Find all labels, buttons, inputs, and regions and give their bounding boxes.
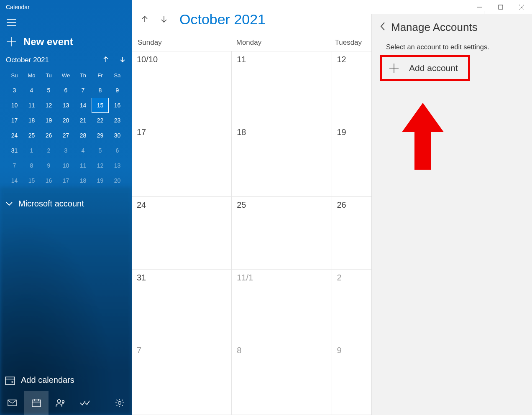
hamburger-menu-button[interactable]	[0, 14, 132, 31]
svg-point-16	[118, 402, 121, 405]
mini-cal-day[interactable]: 4	[74, 143, 92, 158]
next-period-button[interactable]	[157, 12, 171, 26]
calendar-button[interactable]	[24, 391, 49, 415]
mini-cal-prev-button[interactable]	[102, 55, 109, 65]
flyout-title: Manage Accounts	[391, 21, 478, 34]
calendar-cell[interactable]: 7	[132, 342, 232, 415]
mini-cal-day[interactable]: 19	[92, 173, 109, 188]
add-calendars-button[interactable]: Add calendars	[0, 369, 132, 391]
mini-cal-day[interactable]: 12	[92, 158, 109, 173]
mini-cal-day[interactable]: 15	[23, 173, 40, 188]
plus-icon	[389, 63, 399, 73]
mini-cal-day[interactable]: 2	[40, 143, 57, 158]
todo-button[interactable]	[73, 391, 97, 415]
calendar-cell[interactable]: 10/10	[132, 51, 232, 124]
calendar-cell[interactable]: 17	[132, 124, 232, 197]
calendar-cell[interactable]: 11/1	[232, 270, 332, 342]
mini-cal-dow: Fr	[92, 70, 109, 83]
mini-cal-day[interactable]: 18	[23, 113, 40, 128]
current-month-title[interactable]: October 2021	[179, 11, 266, 28]
mail-icon	[8, 400, 17, 406]
mini-cal-day[interactable]: 28	[74, 128, 92, 143]
account-expand-row[interactable]: Microsoft account	[0, 192, 132, 215]
mini-cal-day[interactable]: 11	[74, 158, 92, 173]
arrow-up-icon	[141, 15, 148, 23]
settings-button[interactable]	[107, 391, 132, 415]
mini-cal-day[interactable]: 20	[109, 173, 126, 188]
calendar-cell[interactable]: 18	[232, 124, 332, 197]
mini-cal-day[interactable]: 27	[57, 128, 74, 143]
mini-cal-day[interactable]: 9	[40, 158, 57, 173]
mini-cal-day[interactable]: 16	[40, 173, 57, 188]
day-header: Monday	[236, 38, 335, 47]
mini-cal-day[interactable]: 18	[74, 173, 92, 188]
mini-cal-day[interactable]: 29	[92, 128, 109, 143]
mini-cal-day[interactable]: 21	[74, 113, 92, 128]
mini-calendar: October 2021 SuMoTuWeThFrSa3456789101112…	[0, 55, 132, 192]
window-maximize-button[interactable]	[490, 0, 511, 14]
mini-cal-day[interactable]: 25	[23, 128, 40, 143]
mini-cal-day[interactable]: 7	[6, 158, 23, 173]
svg-rect-5	[5, 377, 15, 384]
mini-cal-day[interactable]: 8	[23, 158, 40, 173]
add-account-highlight: Add account	[380, 55, 470, 81]
calendar-cell[interactable]: 31	[132, 270, 232, 342]
mini-cal-next-button[interactable]	[119, 55, 126, 65]
mini-cal-day[interactable]: 5	[92, 143, 109, 158]
mini-cal-day[interactable]: 26	[40, 128, 57, 143]
people-button[interactable]	[49, 391, 73, 415]
flyout-back-button[interactable]	[380, 22, 385, 33]
calendar-cell[interactable]: 8	[232, 342, 332, 415]
bottom-bar	[0, 391, 132, 415]
window-close-button[interactable]	[511, 0, 532, 14]
mini-cal-day[interactable]: 3	[57, 143, 74, 158]
arrow-up-icon	[102, 56, 109, 63]
calendar-cell[interactable]: 11	[232, 51, 332, 124]
prev-period-button[interactable]	[138, 12, 152, 26]
mini-cal-dow: Su	[6, 70, 23, 83]
sidebar: Calendar New event October 2021	[0, 0, 132, 415]
mini-cal-day[interactable]: 3	[6, 83, 23, 98]
mini-cal-day[interactable]: 31	[6, 143, 23, 158]
mini-cal-day[interactable]: 10	[6, 98, 23, 113]
mini-calendar-title[interactable]: October 2021	[6, 56, 49, 64]
mini-cal-day[interactable]: 23	[109, 113, 126, 128]
svg-rect-9	[8, 400, 16, 406]
mini-cal-day[interactable]: 24	[6, 128, 23, 143]
mini-cal-day[interactable]: 14	[74, 98, 92, 113]
mini-cal-day[interactable]: 11	[23, 98, 40, 113]
mini-cal-day[interactable]: 12	[40, 98, 57, 113]
mini-cal-day[interactable]: 22	[92, 113, 109, 128]
mini-cal-day[interactable]: 15	[92, 98, 109, 113]
mini-cal-day[interactable]: 13	[109, 158, 126, 173]
mini-cal-day[interactable]: 8	[92, 83, 109, 98]
mini-cal-day[interactable]: 13	[57, 98, 74, 113]
mini-cal-day[interactable]: 4	[23, 83, 40, 98]
mini-cal-day[interactable]: 17	[57, 173, 74, 188]
new-event-button[interactable]: New event	[0, 31, 132, 55]
calendar-plus-icon	[5, 376, 15, 385]
mini-cal-day[interactable]: 9	[109, 83, 126, 98]
calendar-icon	[32, 399, 41, 407]
calendar-cell[interactable]: 25	[232, 197, 332, 270]
mini-cal-day[interactable]: 10	[57, 158, 74, 173]
calendar-cell[interactable]: 24	[132, 197, 232, 270]
mini-cal-day[interactable]: 30	[109, 128, 126, 143]
annotation-arrow	[402, 103, 444, 170]
mini-cal-day[interactable]: 1	[23, 143, 40, 158]
mini-cal-day[interactable]: 6	[57, 83, 74, 98]
mini-cal-day[interactable]: 19	[40, 113, 57, 128]
mini-cal-day[interactable]: 17	[6, 113, 23, 128]
arrow-down-icon	[160, 15, 168, 23]
mini-cal-dow: Th	[74, 70, 92, 83]
mini-cal-day[interactable]: 7	[74, 83, 92, 98]
mini-cal-day[interactable]: 14	[6, 173, 23, 188]
add-account-button[interactable]: Add account	[382, 57, 468, 79]
window-minimize-button[interactable]	[469, 0, 490, 14]
app-title: Calendar	[0, 0, 132, 14]
mini-cal-day[interactable]: 20	[57, 113, 74, 128]
mini-cal-day[interactable]: 16	[109, 98, 126, 113]
mail-button[interactable]	[0, 391, 24, 415]
mini-cal-day[interactable]: 6	[109, 143, 126, 158]
mini-cal-day[interactable]: 5	[40, 83, 57, 98]
